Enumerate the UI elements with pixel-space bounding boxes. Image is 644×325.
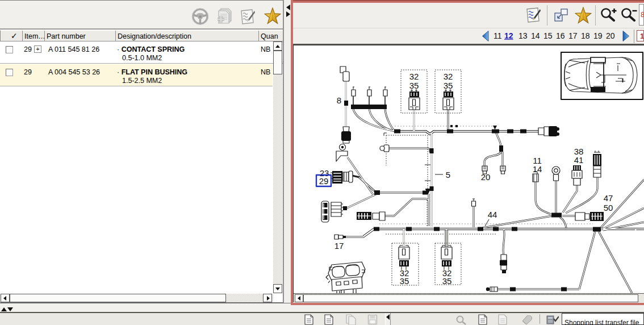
- svg-text:8: 8: [337, 95, 341, 105]
- svg-text:29: 29: [319, 176, 329, 186]
- svg-text:35: 35: [409, 81, 419, 90]
- svg-text:5: 5: [446, 170, 450, 180]
- svg-text:20: 20: [481, 172, 491, 182]
- svg-text:50: 50: [604, 203, 613, 213]
- svg-text:35: 35: [400, 276, 409, 286]
- svg-text:47: 47: [604, 193, 613, 203]
- svg-text:32: 32: [444, 72, 453, 81]
- svg-text:14: 14: [533, 164, 542, 174]
- svg-text:17: 17: [334, 241, 344, 251]
- svg-text:32: 32: [409, 72, 419, 81]
- svg-text:44: 44: [488, 210, 497, 219]
- svg-text:35: 35: [444, 81, 453, 90]
- svg-text:35: 35: [442, 276, 452, 286]
- svg-text:41: 41: [574, 155, 584, 165]
